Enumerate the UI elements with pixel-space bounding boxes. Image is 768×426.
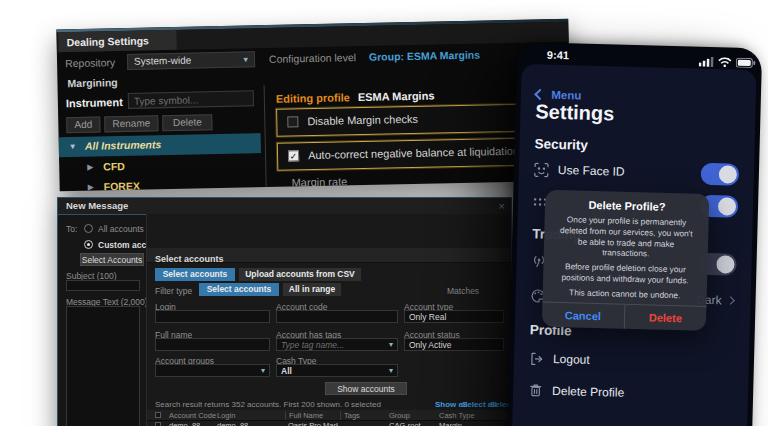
use-face-id-label: Use Face ID — [558, 163, 625, 179]
cell-cash-type: Margin — [439, 421, 479, 426]
modal-paragraph: Once your profile is permanently deleted… — [554, 214, 699, 261]
radio-all-accounts[interactable] — [84, 224, 93, 233]
close-icon[interactable]: × — [499, 198, 505, 214]
table-row[interactable]: demo_88 demo_88 Oasis Pro Market... CAG-… — [147, 421, 512, 426]
message-text-area[interactable] — [66, 306, 140, 426]
account-code-input[interactable] — [276, 310, 398, 323]
tree-item-cfd[interactable]: ▶ CFD — [59, 155, 261, 177]
tree-closed-icon: ▶ — [87, 163, 93, 172]
col-cash-type[interactable]: Cash Type — [439, 411, 475, 420]
instrument-search-input[interactable] — [128, 90, 254, 109]
radio-custom-accounts[interactable] — [84, 240, 93, 249]
tree-item-all-instruments[interactable]: ▼ All Instruments — [59, 133, 261, 157]
cell-account-code: demo_88 — [169, 421, 215, 426]
tab-upload-csv[interactable]: Upload accounts from CSV — [239, 268, 361, 281]
filter-type-label: Filter type — [155, 286, 192, 296]
matches-label: Matches — [447, 286, 479, 296]
tree-item-label: FOREX — [104, 180, 140, 192]
subject-input[interactable] — [66, 280, 140, 291]
rename-button[interactable]: Rename — [104, 115, 158, 132]
battery-icon — [736, 58, 756, 69]
tab-select-accounts[interactable]: Select accounts — [155, 268, 235, 281]
tree-closed-icon: ▶ — [88, 183, 94, 192]
face-id-toggle[interactable] — [701, 163, 740, 186]
tree-item-label: CFD — [103, 160, 125, 172]
caret-down-icon: ▾ — [243, 52, 248, 66]
account-status-select[interactable]: Only Active — [404, 338, 504, 351]
option-label: Disable Margin checks — [307, 113, 418, 127]
new-message-dialog: New Message × To: All accounts Custom ac… — [57, 197, 512, 426]
modal-paragraph: Before profile deletion close your posit… — [553, 261, 698, 286]
editing-profile-value: ESMA Margins — [358, 89, 435, 103]
login-input[interactable] — [155, 310, 270, 323]
tags-select[interactable]: Type tag name... ▾ — [276, 338, 398, 351]
table-header-row: Account Code Login Full Name Tags Group … — [147, 410, 512, 421]
phone-mockup: 9:41 Menu Settings Security Use Face ID … — [507, 42, 762, 426]
cancel-button[interactable]: Cancel — [542, 303, 625, 329]
dialog-title: New Message — [58, 198, 128, 214]
filter-all-in-range[interactable]: All in range — [283, 283, 341, 296]
radio-all-accounts-label: All accounts — [98, 224, 144, 234]
face-id-icon — [534, 162, 549, 177]
caret-down-icon: ▾ — [389, 365, 393, 377]
delete-profile-modal: Delete Profile? Once your profile is per… — [542, 190, 710, 331]
page-title: Settings — [535, 100, 614, 125]
cash-type-value: All — [281, 366, 292, 376]
repository-label: Repository — [65, 56, 115, 69]
delete-button[interactable]: Delete — [624, 305, 706, 331]
dealing-title-tab[interactable]: Dealing Settings — [58, 30, 176, 52]
logout-label: Logout — [553, 352, 590, 367]
wifi-icon — [718, 57, 732, 67]
chevron-right-icon — [726, 296, 734, 304]
caret-down-icon: ▾ — [389, 339, 393, 351]
repository-value: System-wide — [134, 55, 191, 67]
instrument-label: Instrument — [66, 96, 123, 109]
full-name-input[interactable] — [155, 338, 270, 351]
checkbox-unchecked[interactable] — [287, 116, 298, 127]
config-level-label: Configuration level — [269, 51, 356, 65]
col-full-name[interactable]: Full Name — [285, 411, 323, 420]
delete-profile-label: Delete Profile — [552, 384, 624, 400]
search-result-text: Search result returns 352 accounts. Firs… — [155, 400, 381, 409]
dialog-titlebar: New Message — [58, 198, 511, 215]
select-accounts-panel: Select accounts Select accounts Upload a… — [146, 214, 512, 426]
caret-down-icon: ▾ — [261, 365, 265, 377]
status-time: 9:41 — [547, 49, 569, 62]
editing-profile-label: Editing profile — [276, 91, 350, 105]
config-level-value[interactable]: Group: ESMA Margins — [369, 49, 480, 63]
option-label: Auto-correct negative balance at liquida… — [308, 145, 519, 161]
cell-group: CAG-root — [389, 421, 437, 426]
tags-placeholder: Type tag name... — [281, 340, 344, 350]
cell-full-name: Oasis Pro Market... — [288, 421, 338, 426]
delete-button[interactable]: Delete — [162, 114, 212, 131]
filter-select-accounts[interactable]: Select accounts — [199, 283, 279, 296]
show-accounts-button[interactable]: Show accounts — [325, 382, 407, 395]
cell-login: demo_88 — [217, 421, 281, 426]
select-accounts-button[interactable]: Select Accounts — [80, 253, 144, 266]
col-account-code[interactable]: Account Code — [169, 411, 216, 420]
logout-icon — [529, 351, 544, 366]
signal-icon — [699, 57, 714, 67]
dealing-settings-window: Dealing Settings Repository System-wide … — [56, 19, 571, 192]
modal-title: Delete Profile? — [553, 198, 701, 214]
account-type-select[interactable]: Only Real — [404, 310, 504, 323]
add-button[interactable]: Add — [66, 116, 100, 133]
col-login[interactable]: Login — [217, 411, 235, 420]
tree-root-label: All Instruments — [85, 138, 162, 152]
back-menu-label: Menu — [551, 89, 581, 102]
trash-icon — [528, 382, 543, 397]
col-group[interactable]: Group — [389, 411, 410, 420]
row-checkbox[interactable] — [155, 422, 161, 426]
panel-title: Select accounts — [147, 252, 224, 266]
select-all-checkbox[interactable] — [155, 412, 161, 418]
col-tags[interactable]: Tags — [340, 411, 360, 420]
pane-divider — [264, 85, 267, 187]
account-groups-select[interactable]: ▾ — [155, 364, 270, 377]
cash-type-select[interactable]: All ▾ — [276, 364, 398, 377]
modal-buttons: Cancel Delete — [542, 302, 707, 331]
tab-margining[interactable]: Margining — [67, 76, 117, 89]
margin-rate-label: Margin rate — [291, 175, 347, 188]
repository-select[interactable]: System-wide ▾ — [127, 51, 255, 70]
checkbox-checked[interactable]: ✓ — [288, 150, 299, 161]
tree-item-forex[interactable]: ▶ FOREX — [60, 175, 262, 191]
